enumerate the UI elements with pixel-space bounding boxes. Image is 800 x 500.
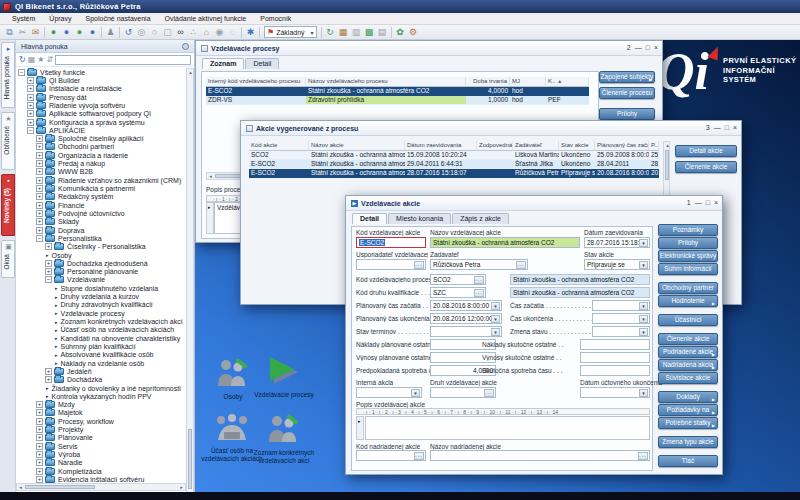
expand-toggle-icon[interactable]: + <box>27 77 34 84</box>
lookup-dots-icon[interactable]: ··· <box>414 261 424 269</box>
layout-icon[interactable]: ▥ <box>350 26 363 38</box>
clenenie-akcie-button[interactable]: Členenie akcie <box>658 333 718 345</box>
kod-procesu-field[interactable]: SCO2··· <box>430 274 486 285</box>
copy-icon[interactable]: ⧉ <box>3 26 16 38</box>
tree-item-planovanie[interactable]: +Plánovanie <box>16 434 186 442</box>
table-row[interactable]: ZDR-VSZdravotní prohlídka1,0000hodPEF <box>206 96 589 105</box>
stav-terminov-field[interactable]: ▾ <box>430 326 502 337</box>
desktop-icon-zoznam-konkretnych-vzdelavacich-akci[interactable]: Zoznam konkrétnych vzdelávacích akcí <box>241 414 327 464</box>
expand-toggle-icon[interactable]: + <box>36 227 43 234</box>
expand-toggle-icon[interactable]: + <box>27 119 34 126</box>
table-row[interactable]: E-SCO2Státní zkouška - ochranná atmosfér… <box>206 87 589 96</box>
dropdown-arrow-icon[interactable]: ▾ <box>639 328 648 336</box>
expand-toggle-icon[interactable]: + <box>36 476 43 483</box>
tree-item-predaj-a-nakup[interactable]: +Predaj a nákup <box>16 159 186 167</box>
column-header[interactable]: Doba trvania <box>466 77 510 87</box>
expand-toggle-icon[interactable]: + <box>45 368 52 375</box>
expand-toggle-icon[interactable]: − <box>45 276 52 283</box>
column-header[interactable]: Kód akcie <box>249 141 309 151</box>
column-header[interactable]: Zodpovedná osoba <box>477 141 513 151</box>
nadriadena-akcia-button[interactable]: Nadriadená akcia▶ <box>658 359 718 371</box>
detail-akcie-button[interactable]: Detail akcie <box>675 145 737 157</box>
expand-toggle-icon[interactable]: + <box>36 418 43 425</box>
skutocna-spotreba-field[interactable] <box>580 365 650 376</box>
cas-ukoncenia-field[interactable]: ▾ <box>592 313 650 324</box>
settings-icon[interactable]: ✱ <box>244 26 257 38</box>
tree-item-podvojne-uctovnictvo[interactable]: +Podvojné účtovníctvo <box>16 209 186 217</box>
prilohy-button[interactable]: Prílohy <box>658 237 718 249</box>
tree-item-projekty[interactable]: +Projekty <box>16 425 186 433</box>
tree-item-dochadzka-zjednodusena[interactable]: +Dochádzka zjednodušená <box>16 259 186 267</box>
interna-akcia-field[interactable]: ▾ <box>356 387 422 398</box>
zadavatel-field[interactable]: Růžičková Petra··· <box>430 259 528 270</box>
menu-upravy[interactable]: Úpravy <box>49 15 71 22</box>
tree-item-ucast-osob-na-vzdelavacich-akciach[interactable]: ▸Účasť osôb na vzdelávacích akciách <box>16 326 186 334</box>
expand-toggle-icon[interactable]: + <box>36 185 43 192</box>
tree-item-redakcny-system[interactable]: +Redakčný systém <box>16 193 186 201</box>
grid-icon[interactable]: ▦ <box>28 55 36 65</box>
lookup-dots-icon[interactable]: ··· <box>414 452 424 460</box>
tree-item-suhrnny-plan-kvalifikacii[interactable]: ▸Súhrnný plán kvalifikácií <box>16 342 186 350</box>
minimize-icon[interactable]: — <box>635 43 642 53</box>
zapojene-subjekty-button[interactable]: Zapojené subjekty▶ <box>599 71 655 83</box>
datum-zaevidovania-field[interactable]: 28.07.2016 15:18:07▾ <box>584 237 650 248</box>
minimize-icon[interactable]: — <box>695 198 702 208</box>
tree-item-vzdelavacie-procesy[interactable]: ▸Vzdelávacie procesy <box>16 309 186 317</box>
tree-item-kompletizacia[interactable]: +Kompletizácia <box>16 467 186 475</box>
suvisiace-akcie-button[interactable]: Súvisiace akcie <box>658 372 718 384</box>
expand-toggle-icon[interactable]: + <box>45 268 52 275</box>
close-icon[interactable]: × <box>714 198 718 208</box>
tree-item-majetok[interactable]: +Majetok <box>16 409 186 417</box>
hodnotenie-button[interactable]: Hodnotenie▶ <box>658 295 718 307</box>
table-icon[interactable]: ▦ <box>337 26 350 38</box>
tree-item-spolocne-ciselniky-aplikacii[interactable]: +Spoločné číselníky aplikácií <box>16 135 186 143</box>
expand-toggle-icon[interactable]: + <box>36 218 43 225</box>
expand-toggle-icon[interactable]: + <box>45 260 52 267</box>
globe-icon[interactable]: ● <box>47 26 60 38</box>
table-row[interactable]: E-SCO2Státní zkouška - ochranná atmosfér… <box>249 160 659 169</box>
expand-toggle-icon[interactable]: + <box>36 193 43 200</box>
lookup-dots-icon[interactable]: ··· <box>474 276 484 284</box>
obchodny-partner-button[interactable]: Obchodný partner <box>658 282 718 294</box>
tree-item-aplikacie[interactable]: −APLIKÁCIE <box>16 126 186 134</box>
window-titlebar[interactable]: ▶ Vzdelávacie akcie <box>346 196 722 211</box>
dropdown-arrow-icon[interactable]: ▾ <box>311 29 314 36</box>
tree-item-druhy-zdravotnych-kvalifikacii[interactable]: ▸Druhy zdravotných kvalifikácií <box>16 301 186 309</box>
kod-nadriadenej-field[interactable]: ··· <box>356 450 426 461</box>
zmena-typu-akcie-button[interactable]: Zmena typu akcie <box>658 436 718 448</box>
expand-toggle-icon[interactable]: − <box>27 127 34 134</box>
nazov-akcie-field[interactable]: Státní zkouška - ochranná atmosféra CO2 <box>430 237 580 248</box>
column-header[interactable]: Interný kód vzdelávacieho procesu <box>206 77 306 87</box>
planovany-cas-zacatia-field[interactable]: 20.08.2016 8:00:00▾ <box>430 300 502 311</box>
nazov-nadriadenej-field[interactable]: ··· <box>430 450 650 461</box>
maximize-icon[interactable]: □ <box>706 198 710 208</box>
planovany-cas-ukoncenia-field[interactable]: 20.08.2016 12:00:00▾ <box>430 313 502 324</box>
favorite-star-icon[interactable]: ★ <box>37 55 44 65</box>
expand-toggle-icon[interactable]: + <box>36 168 43 175</box>
dropdown-arrow-icon[interactable]: ▾ <box>639 389 648 397</box>
tree-item-ziadanky-o-dovolenky-a-ine-nepritomnosti[interactable]: ▸Žiadanky o dovolenky a iné neprítomnost… <box>16 384 186 392</box>
sidebar-tab-novinky-5[interactable]: ▪Novinky (5) <box>1 174 15 236</box>
disc-icon[interactable]: ◉ <box>213 26 226 38</box>
dropdown-arrow-icon[interactable]: ▾ <box>491 328 500 336</box>
table-row[interactable]: SCO2Státní zkouška - ochranná atmosféra … <box>249 151 659 160</box>
tab-detail[interactable]: Detail <box>245 58 279 69</box>
sidebar-tab-oblubene[interactable]: ★Obľúbené <box>1 112 15 170</box>
tab-zoznam[interactable]: Zoznam <box>202 58 244 69</box>
naklady-skutocne-field[interactable] <box>580 339 650 350</box>
dropdown-arrow-icon[interactable]: ▾ <box>411 389 420 397</box>
ucastnici-button[interactable]: Účastníci <box>658 314 718 326</box>
column-header[interactable]: Dátum zaevidovania <box>405 141 477 151</box>
prilohy-button[interactable]: Prílohy <box>599 108 655 120</box>
sidebar-tab-hlavna-ponuka[interactable]: ▸Hlavná ponuka <box>1 42 15 108</box>
tree-item-kandidati-na-obnovenie-charakteristiky[interactable]: ▸Kandidáti na obnovenie charakteristiky <box>16 334 186 342</box>
window-titlebar[interactable]: Vzdelávacie procesy <box>196 41 662 56</box>
tree-search-input[interactable] <box>55 55 191 65</box>
maximize-icon[interactable]: □ <box>646 43 650 53</box>
tree-item-organizacia-a-riadenie[interactable]: +Organizácia a riadenie <box>16 151 186 159</box>
window-icon[interactable]: ▢ <box>161 26 174 38</box>
tree-item-vyroba[interactable]: +Výroba <box>16 450 186 458</box>
expand-toggle-icon[interactable]: + <box>36 135 43 142</box>
menu-pomocnik[interactable]: Pomocník <box>260 15 291 22</box>
zmena-stavu-field[interactable]: ▾ <box>592 326 650 337</box>
